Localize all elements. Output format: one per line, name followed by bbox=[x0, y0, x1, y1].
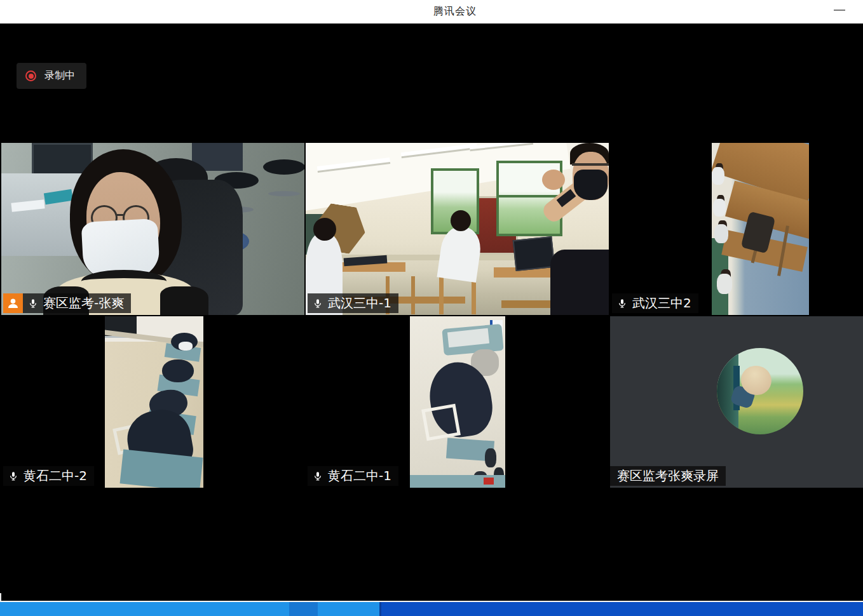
participant-tag: 武汉三中-1 bbox=[308, 293, 398, 313]
participant-tag: 武汉三中2 bbox=[612, 293, 698, 313]
participant-tag: 黄石二中-2 bbox=[3, 466, 94, 486]
microphone-icon bbox=[8, 469, 18, 483]
minimize-icon bbox=[834, 10, 845, 11]
student-head-shape bbox=[451, 210, 471, 231]
microphone-icon bbox=[313, 297, 323, 310]
meeting-window: 腾讯会议 录制中 bbox=[0, 0, 863, 616]
avatar bbox=[717, 348, 803, 434]
name-tag: 黄石二中-2 bbox=[3, 466, 94, 486]
glasses-bridge-shape bbox=[116, 214, 125, 216]
participant-name: 赛区监考张爽录屏 bbox=[617, 466, 719, 486]
video-tile-1[interactable]: 赛区监考-张爽 bbox=[1, 143, 304, 315]
desktop-taskbar-sliver[interactable] bbox=[0, 602, 863, 616]
sleeve-shape bbox=[160, 286, 208, 315]
participant-name: 赛区监考-张爽 bbox=[43, 293, 124, 313]
taskbar-segment bbox=[289, 602, 318, 616]
man-mask-shape bbox=[574, 170, 608, 200]
shirt-spot-shape bbox=[179, 342, 193, 351]
window-bar-shape bbox=[496, 195, 562, 198]
laptop-screen-shape bbox=[513, 236, 555, 271]
participant-tag: 黄石二中-1 bbox=[308, 466, 398, 486]
name-tag: 黄石二中-1 bbox=[308, 466, 398, 486]
host-person-icon bbox=[6, 297, 20, 310]
video-feed bbox=[410, 316, 505, 488]
video-feed bbox=[105, 316, 203, 488]
person-small-shape bbox=[714, 224, 728, 243]
person-small-shape bbox=[713, 199, 726, 217]
man-torso-shape bbox=[550, 250, 609, 315]
person-small-shape bbox=[717, 274, 732, 294]
logo-mark-shape bbox=[484, 478, 494, 485]
stool-frame-shape bbox=[421, 404, 461, 441]
video-feed bbox=[306, 143, 609, 315]
window-title: 腾讯会议 bbox=[433, 5, 477, 18]
student-head-shape bbox=[313, 218, 336, 241]
stool-shape bbox=[263, 159, 304, 175]
participant-name: 黄石二中-1 bbox=[328, 466, 391, 486]
record-dot-icon bbox=[25, 70, 36, 81]
titlebar[interactable]: 腾讯会议 bbox=[0, 0, 863, 23]
video-tile-6[interactable]: 赛区监考张爽录屏 bbox=[610, 316, 863, 488]
participant-name: 黄石二中-2 bbox=[24, 466, 87, 486]
man-fist-shape bbox=[542, 170, 565, 190]
participant-name: 武汉三中2 bbox=[632, 293, 691, 313]
video-tile-3[interactable]: 武汉三中2 bbox=[610, 143, 863, 315]
man-glasses-shape bbox=[572, 163, 609, 166]
taskbar-divider bbox=[379, 602, 381, 616]
figure-small-shape bbox=[485, 448, 496, 467]
name-tag: 武汉三中-1 bbox=[308, 293, 398, 313]
video-feed bbox=[712, 143, 809, 315]
person-small-shape bbox=[712, 167, 724, 185]
recording-badge: 录制中 bbox=[17, 63, 86, 89]
participant-tag: 赛区监考-张爽 bbox=[3, 293, 131, 313]
participant-name: 武汉三中-1 bbox=[328, 293, 391, 313]
video-tile-2[interactable]: 武汉三中-1 bbox=[306, 143, 609, 315]
figure-shape bbox=[162, 359, 194, 382]
microphone-icon bbox=[28, 297, 38, 310]
taskbar-segment bbox=[0, 602, 380, 616]
window-edge-highlight bbox=[0, 593, 1, 601]
recording-label: 录制中 bbox=[44, 69, 75, 83]
video-tile-5[interactable]: 黄石二中-1 bbox=[306, 316, 609, 488]
host-badge bbox=[3, 293, 23, 313]
microphone-icon bbox=[617, 297, 627, 310]
name-tag: 赛区监考-张爽 bbox=[23, 293, 131, 313]
name-tag: 赛区监考张爽录屏 bbox=[610, 466, 726, 486]
video-feed bbox=[1, 143, 304, 315]
minimize-button[interactable] bbox=[826, 0, 852, 22]
name-tag: 武汉三中2 bbox=[612, 293, 698, 313]
video-stage: 录制中 bbox=[0, 23, 863, 601]
collar-shape bbox=[81, 270, 166, 293]
video-tile-4[interactable]: 黄石二中-2 bbox=[1, 316, 304, 488]
participant-tag: 赛区监考张爽录屏 bbox=[610, 466, 726, 486]
microphone-icon bbox=[313, 469, 323, 483]
